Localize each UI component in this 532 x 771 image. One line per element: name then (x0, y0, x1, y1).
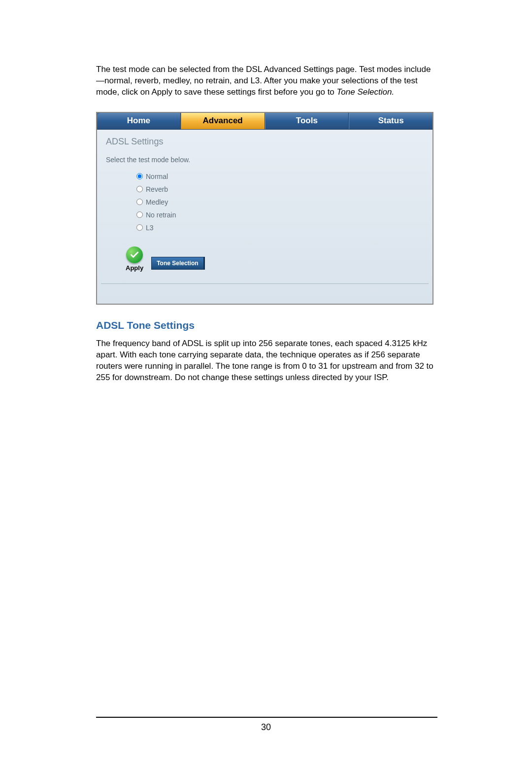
radio-reverb-label: Reverb (146, 185, 168, 193)
intro-italic: Tone Selection. (337, 87, 395, 97)
radio-medley[interactable]: Medley (136, 198, 424, 206)
radio-no-retrain[interactable]: No retrain (136, 211, 424, 219)
radio-l3[interactable]: L3 (136, 224, 424, 232)
apply-button[interactable]: Apply (126, 246, 143, 272)
checkmark-icon (126, 246, 143, 263)
tab-bar: Home Advanced Tools Status (97, 113, 432, 130)
apply-label: Apply (126, 264, 143, 272)
panel-divider (101, 283, 429, 284)
tab-status[interactable]: Status (349, 113, 432, 129)
radio-l3-input[interactable] (136, 224, 143, 231)
radio-reverb[interactable]: Reverb (136, 185, 424, 193)
adsl-settings-panel: Home Advanced Tools Status ADSL Settings… (96, 112, 433, 305)
radio-normal[interactable]: Normal (136, 173, 424, 180)
section-heading: ADSL Tone Settings (96, 319, 433, 331)
radio-medley-input[interactable] (136, 199, 143, 205)
page-number: 30 (0, 722, 532, 733)
radio-medley-label: Medley (146, 198, 168, 206)
radio-reverb-input[interactable] (136, 186, 143, 192)
panel-instruction: Select the test mode below. (106, 156, 424, 164)
radio-l3-label: L3 (146, 224, 154, 232)
tone-selection-button[interactable]: Tone Selection (151, 257, 204, 270)
tab-tools[interactable]: Tools (265, 113, 349, 129)
tab-advanced[interactable]: Advanced (181, 113, 265, 129)
panel-title: ADSL Settings (106, 137, 424, 147)
footer-rule (96, 717, 437, 718)
test-mode-radio-group: Normal Reverb Medley No retrain L3 (106, 173, 424, 232)
radio-no-retrain-label: No retrain (146, 211, 176, 219)
intro-paragraph: The test mode can be selected from the D… (96, 64, 433, 98)
radio-no-retrain-input[interactable] (136, 211, 143, 218)
radio-normal-label: Normal (146, 173, 168, 180)
radio-normal-input[interactable] (136, 173, 143, 179)
section-body: The frequency band of ADSL is split up i… (96, 338, 433, 384)
tab-home[interactable]: Home (97, 113, 181, 129)
